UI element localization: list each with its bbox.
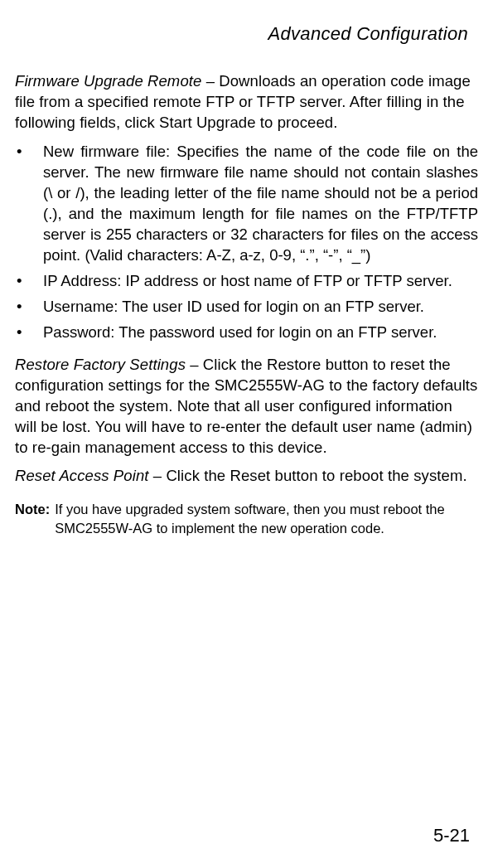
restore-factory-label: Restore Factory Settings (15, 356, 186, 373)
bullet-text: Password: The password used for login on… (43, 323, 437, 341)
page: Advanced Configuration Firmware Upgrade … (0, 0, 493, 868)
note-block: Note: If you have upgraded system softwa… (15, 500, 478, 537)
reset-access-point-paragraph: Reset Access Point – Click the Reset but… (15, 466, 478, 487)
note-label: Note: (15, 500, 50, 518)
bullet-text: IP Address: IP address or host name of F… (43, 272, 452, 289)
firmware-fields-list: New firmware file: Specifies the name of… (15, 142, 478, 343)
header-title: Advanced Configuration (268, 23, 468, 44)
page-header: Advanced Configuration (15, 23, 478, 45)
list-item: Username: The user ID used for login on … (15, 297, 478, 318)
page-number: 5-21 (433, 825, 470, 846)
list-item: Password: The password used for login on… (15, 322, 478, 343)
bullet-text: Username: The user ID used for login on … (43, 298, 424, 315)
restore-factory-paragraph: Restore Factory Settings – Click the Res… (15, 355, 478, 458)
note-text: If you have upgraded system software, th… (55, 500, 478, 537)
firmware-upgrade-paragraph: Firmware Upgrade Remote – Downloads an o… (15, 71, 478, 133)
page-footer: 5-21 (433, 825, 470, 846)
firmware-upgrade-label: Firmware Upgrade Remote (15, 72, 201, 90)
bullet-text: New firmware file: Specifies the name of… (43, 143, 478, 264)
list-item: IP Address: IP address or host name of F… (15, 271, 478, 292)
reset-access-point-text: – Click the Reset button to reboot the s… (149, 467, 467, 484)
list-item: New firmware file: Specifies the name of… (15, 142, 478, 266)
reset-access-point-label: Reset Access Point (15, 467, 149, 484)
